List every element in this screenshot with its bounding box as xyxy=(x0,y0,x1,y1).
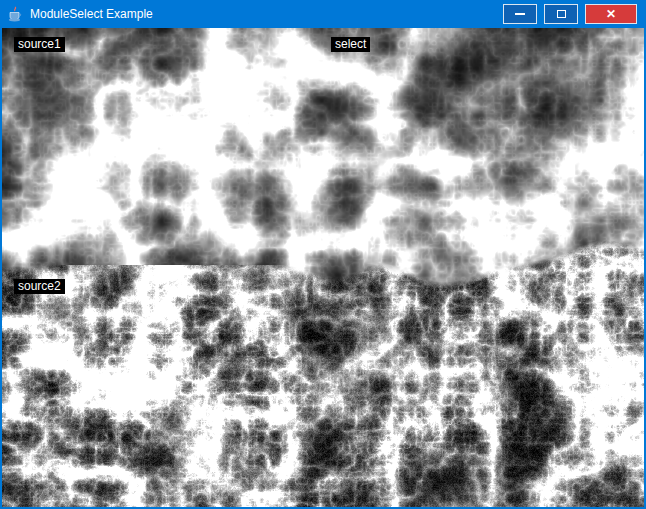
java-coffee-icon xyxy=(7,6,23,22)
source2-image xyxy=(8,275,318,507)
titlebar[interactable]: ModuleSelect Example ✕ xyxy=(0,0,646,28)
window-controls: ✕ xyxy=(503,4,637,24)
select-label: select xyxy=(331,37,370,52)
source1-image xyxy=(8,33,318,265)
source1-label: source1 xyxy=(14,37,65,52)
maximize-icon xyxy=(557,10,566,18)
close-button[interactable]: ✕ xyxy=(585,4,637,24)
minimize-button[interactable] xyxy=(503,4,537,24)
minimize-icon xyxy=(515,13,525,15)
maximize-button[interactable] xyxy=(544,4,578,24)
app-window: ModuleSelect Example ✕ source1 select so… xyxy=(0,0,646,509)
close-icon: ✕ xyxy=(606,7,616,21)
source2-label: source2 xyxy=(14,279,65,294)
window-title: ModuleSelect Example xyxy=(30,7,153,21)
client-area: source1 select source2 xyxy=(2,28,644,507)
